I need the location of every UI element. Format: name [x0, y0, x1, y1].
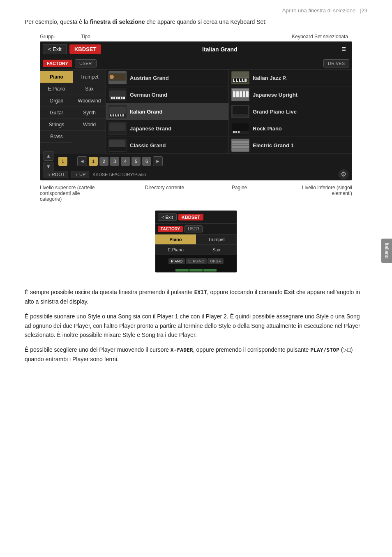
svg-rect-45 [114, 114, 115, 116]
up-button[interactable]: ↑ UP [71, 171, 89, 178]
zoom-cat-col-1: Piano E.Piano [155, 234, 196, 255]
page-left-arrow[interactable]: ◄ [77, 156, 87, 166]
xfader-highlight: X-FADER [171, 347, 193, 353]
item-japanese-upright[interactable]: Japanese Upright [229, 86, 352, 103]
highlight-text: finestra di selezione [90, 19, 145, 25]
factory-button[interactable]: FACTORY [43, 60, 72, 67]
page-1[interactable]: 1 [89, 157, 98, 166]
svg-rect-63 [109, 147, 126, 151]
svg-rect-43 [122, 114, 124, 116]
item-name-jgrand: Japanese Grand [130, 125, 171, 132]
zoom-kbd-orga[interactable]: ORGA [208, 258, 224, 264]
italian-tab: Italiano [381, 239, 392, 263]
categories-column: Piano E.Piano Organ Guitar Strings Brass [40, 70, 73, 154]
type-synth[interactable]: Synth [73, 107, 106, 119]
body-para-3: È possibile scegliere uno dei Player muo… [25, 345, 367, 364]
green-bar-3 [203, 269, 217, 272]
zoom-window: < Exit KBDSET FACTORY USER Piano E.Piano… [155, 210, 237, 273]
zoom-kbd-piano[interactable]: PIANO [168, 258, 185, 264]
zoom-cat-trumpet[interactable]: Trumpet [196, 234, 237, 245]
zoom-kbdset-button[interactable]: KBDSET [178, 214, 203, 220]
root-button[interactable]: ⌂ ROOT [44, 171, 68, 178]
user-button[interactable]: USER [75, 59, 97, 67]
item-rock-piano[interactable]: Rock Piano [229, 120, 352, 137]
page-2[interactable]: 2 [99, 157, 108, 166]
item-japanese-grand[interactable]: Japanese Grand [106, 120, 229, 137]
category-organ[interactable]: Organ [40, 95, 73, 107]
category-piano[interactable]: Piano [40, 71, 73, 83]
category-strings[interactable]: Strings [40, 119, 73, 131]
type-woodwind[interactable]: Woodwind [73, 95, 106, 107]
zoom-top-bar: < Exit KBDSET [155, 211, 237, 224]
category-brass[interactable]: Brass [40, 131, 73, 143]
zoom-second-bar: FACTORY USER [155, 224, 237, 234]
second-bar: FACTORY USER DRIVES [40, 57, 352, 70]
menu-icon[interactable]: ≡ [338, 45, 349, 53]
exit-button[interactable]: < Exit [43, 44, 67, 54]
svg-rect-47 [119, 114, 120, 116]
root-label: ROOT [52, 172, 65, 177]
type-sax[interactable]: Sax [73, 83, 106, 95]
ann-pagine: Pagine [232, 185, 247, 202]
ui-labels-row: Gruppi Tipo Keyboard Set selezionata [40, 34, 352, 39]
item-grand-piano-live[interactable]: Grand Piano Live [229, 103, 352, 120]
annotations-row: Livello superiore (cartelle corrisponden… [40, 185, 352, 202]
kbdset-button[interactable]: KBDSET [69, 44, 101, 54]
svg-rect-12 [244, 79, 247, 82]
svg-rect-58 [233, 131, 235, 133]
item-electric-grand[interactable]: Electric Grand 1 [229, 137, 352, 154]
body-para-1: È sempre possibile uscire da questa fine… [25, 288, 367, 306]
zoom-green-bars [155, 267, 237, 272]
category-guitar[interactable]: Guitar [40, 107, 73, 119]
gear-button[interactable]: ⚙ [339, 169, 348, 179]
item-classic-grand[interactable]: Classic Grand [106, 137, 229, 154]
zoom-cat-sax[interactable]: Sax [196, 245, 237, 255]
svg-rect-53 [109, 123, 125, 132]
item-german-grand[interactable]: German Grand [106, 86, 229, 103]
svg-rect-60 [238, 131, 240, 133]
up-icon: ↑ [75, 172, 78, 177]
svg-rect-44 [111, 114, 113, 116]
zoom-cat-piano[interactable]: Piano [155, 234, 196, 245]
cat-arrow-up[interactable]: ▲ [44, 151, 53, 161]
page-6[interactable]: 6 [142, 157, 151, 166]
item-austrian-grand[interactable]: Austrian Grand [106, 70, 229, 86]
type-trumpet[interactable]: Trumpet [73, 71, 106, 83]
page-right-arrow[interactable]: ► [153, 156, 163, 166]
items-area: Austrian Grand Italian Jazz P. German Gr… [106, 70, 352, 154]
item-thumb-classic [108, 139, 127, 152]
zoom-exit-button[interactable]: < Exit [158, 214, 177, 221]
type-world[interactable]: World [73, 119, 106, 131]
page-5[interactable]: 5 [131, 157, 141, 166]
page-4[interactable]: 4 [121, 157, 130, 166]
svg-rect-14 [237, 79, 239, 81]
section-title: Aprire una finestra di selezione [282, 7, 356, 14]
drives-button[interactable]: DRIVES [323, 59, 349, 67]
item-italian-grand[interactable]: Italian Grand [106, 103, 229, 120]
selection-window: < Exit KBDSET Italian Grand ≡ FACTORY US… [40, 41, 352, 181]
zoom-factory-button[interactable]: FACTORY [158, 226, 183, 232]
svg-rect-56 [232, 123, 249, 132]
svg-rect-48 [121, 114, 122, 116]
page-header: Aprire una finestra di selezione |29 [0, 0, 392, 14]
svg-rect-20 [111, 97, 113, 99]
zoom-kbd-epiano[interactable]: E. PIANO [186, 258, 207, 264]
item-italian-jazz[interactable]: Italian Jazz P. [229, 70, 352, 86]
selected-name-label: Italian Grand [101, 46, 338, 53]
page-3[interactable]: 3 [110, 157, 119, 166]
svg-rect-36 [109, 107, 126, 115]
item-name-live: Grand Piano Live [253, 109, 297, 115]
zoom-user-button[interactable]: USER [184, 225, 203, 232]
svg-rect-62 [109, 140, 125, 148]
item-name-italian: Italian Grand [130, 109, 162, 115]
item-name-jazz: Italian Jazz P. [253, 75, 287, 81]
zoom-area: < Exit KBDSET FACTORY USER Piano E.Piano… [25, 210, 367, 281]
home-icon: ⌂ [47, 172, 50, 177]
svg-rect-54 [109, 131, 126, 134]
category-epiano[interactable]: E.Piano [40, 83, 73, 95]
zoom-cat-epiano[interactable]: E.Piano [155, 245, 196, 255]
cat-page-num[interactable]: 1 [58, 157, 67, 166]
cat-arrow-down[interactable]: ▼ [44, 162, 53, 172]
item-thumb-rock [231, 122, 249, 135]
svg-rect-21 [113, 97, 115, 99]
